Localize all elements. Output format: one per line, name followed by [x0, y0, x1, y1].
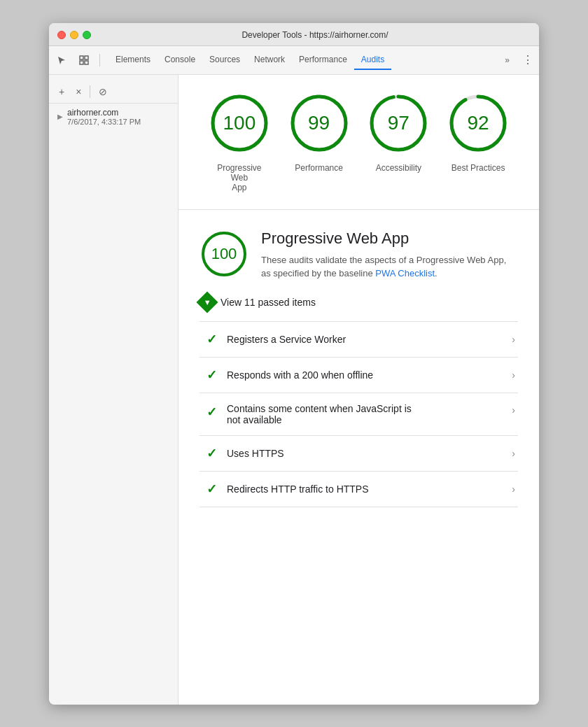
audit-text-4: Uses HTTPS [227, 448, 284, 459]
pwa-info: Progressive Web App These audits validat… [261, 230, 518, 281]
score-performance: 99 Performance [288, 92, 351, 192]
main-layout: + × ⊘ ▶ airhorner.com 7/6/2017, 4:33:17 … [49, 75, 539, 705]
block-icon[interactable]: ⊘ [96, 85, 110, 99]
audit-item-left-3: ✓ Contains some content when JavaScript … [206, 403, 412, 425]
audit-item-3[interactable]: ✓ Contains some content when JavaScript … [200, 393, 518, 436]
pwa-detail-circle: 100 [200, 230, 248, 278]
pwa-title: Progressive Web App [261, 230, 518, 248]
check-icon-2: ✓ [206, 367, 217, 383]
audit-text-5: Redirects HTTP traffic to HTTPS [227, 484, 369, 495]
devtools-toolbar: Elements Console Sources Network Perform… [49, 46, 539, 75]
check-icon-4: ✓ [206, 446, 217, 461]
chevron-down-icon-5: › [512, 484, 515, 495]
sidebar-arrow-icon: ▶ [57, 113, 63, 120]
cursor-icon[interactable] [55, 53, 69, 67]
pwa-detail-score: 100 [211, 245, 237, 263]
audit-text-3: Contains some content when JavaScript is… [227, 403, 412, 425]
title-bar: Developer Tools - https://airhorner.com/ [49, 23, 539, 46]
score-number-pwa: 100 [223, 112, 256, 134]
tab-performance[interactable]: Performance [292, 50, 354, 70]
sidebar-item-info: airhorner.com 7/6/2017, 4:33:17 PM [67, 108, 141, 126]
score-best-practices: 92 Best Practices [447, 92, 510, 192]
audit-text-1: Registers a Service Worker [227, 334, 346, 345]
svg-rect-3 [85, 61, 88, 64]
score-pwa: 100 Progressive WebApp [208, 92, 271, 192]
add-icon[interactable]: + [56, 85, 67, 99]
sidebar-divider [90, 85, 90, 98]
score-circle-best-practices: 92 [447, 92, 510, 155]
svg-rect-2 [80, 61, 83, 64]
audit-items-list: ✓ Registers a Service Worker › ✓ Respond… [200, 321, 518, 507]
check-icon-1: ✓ [206, 332, 217, 347]
passed-items-toggle[interactable]: ▼ View 11 passed items [200, 295, 518, 310]
audit-item-left-5: ✓ Redirects HTTP traffic to HTTPS [206, 481, 369, 497]
check-icon-5: ✓ [206, 481, 217, 497]
chevron-down-icon-2: › [512, 369, 515, 381]
score-number-best-practices: 92 [468, 112, 489, 134]
svg-rect-0 [80, 56, 83, 59]
tab-network[interactable]: Network [247, 50, 292, 70]
score-number-accessibility: 97 [388, 112, 410, 134]
audit-item-5[interactable]: ✓ Redirects HTTP traffic to HTTPS › [200, 472, 518, 507]
close-button[interactable] [57, 31, 66, 39]
sidebar: + × ⊘ ▶ airhorner.com 7/6/2017, 4:33:17 … [49, 75, 178, 705]
score-circle-pwa: 100 [208, 92, 271, 155]
browser-window: Developer Tools - https://airhorner.com/… [49, 23, 539, 705]
audit-item-2[interactable]: ✓ Responds with a 200 when offline › [200, 358, 518, 393]
sidebar-audit-item[interactable]: ▶ airhorner.com 7/6/2017, 4:33:17 PM [49, 104, 178, 130]
audit-item-1[interactable]: ✓ Registers a Service Worker › [200, 322, 518, 358]
main-content: 100 Progressive WebApp 99 Performance [178, 75, 539, 705]
minimize-button[interactable] [70, 31, 78, 39]
tab-audits[interactable]: Audits [354, 50, 391, 70]
tab-sources[interactable]: Sources [202, 50, 247, 70]
check-icon-3: ✓ [206, 404, 217, 420]
more-tabs-button[interactable]: » [500, 52, 514, 68]
score-label-accessibility: Accessibility [376, 163, 421, 173]
svg-rect-1 [85, 56, 88, 59]
pwa-description: These audits validate the aspects of a P… [261, 253, 518, 281]
audit-text-2: Responds with a 200 when offline [227, 369, 373, 381]
close-icon[interactable]: × [73, 85, 84, 99]
score-circle-accessibility: 97 [367, 92, 430, 155]
score-number-performance: 99 [308, 112, 330, 134]
devtools-menu-button[interactable]: ⋮ [522, 53, 533, 66]
window-title: Developer Tools - https://airhorner.com/ [99, 30, 531, 40]
sidebar-date: 7/6/2017, 4:33:17 PM [67, 118, 141, 126]
score-label-pwa: Progressive WebApp [208, 163, 271, 192]
detail-section: 100 Progressive Web App These audits val… [178, 210, 539, 527]
audit-item-left-4: ✓ Uses HTTPS [206, 446, 284, 461]
sidebar-domain: airhorner.com [67, 108, 141, 118]
maximize-button[interactable] [83, 31, 91, 39]
chevron-down-icon-3: › [512, 404, 515, 416]
tab-console[interactable]: Console [158, 50, 202, 70]
traffic-lights [57, 31, 91, 39]
score-accessibility: 97 Accessibility [367, 92, 430, 192]
toolbar-divider [99, 54, 100, 66]
pwa-checklist-link[interactable]: PWA Checklist [375, 268, 435, 278]
passed-items-label: View 11 passed items [220, 297, 316, 308]
chevron-down-icon-4: › [512, 448, 515, 459]
audit-item-left-1: ✓ Registers a Service Worker [206, 332, 346, 347]
score-circle-performance: 99 [288, 92, 351, 155]
inspect-icon[interactable] [77, 53, 91, 67]
scores-section: 100 Progressive WebApp 99 Performance [178, 75, 539, 210]
audit-item-4[interactable]: ✓ Uses HTTPS › [200, 436, 518, 472]
pwa-header: 100 Progressive Web App These audits val… [200, 230, 518, 281]
toggle-diamond-icon: ▼ [196, 291, 218, 313]
audit-item-left-2: ✓ Responds with a 200 when offline [206, 367, 373, 383]
chevron-down-icon-1: › [512, 334, 515, 345]
score-label-best-practices: Best Practices [451, 163, 505, 173]
score-label-performance: Performance [295, 163, 343, 173]
tab-elements[interactable]: Elements [108, 50, 158, 70]
nav-tabs: Elements Console Sources Network Perform… [108, 50, 492, 70]
sidebar-toolbar: + × ⊘ [49, 80, 178, 104]
